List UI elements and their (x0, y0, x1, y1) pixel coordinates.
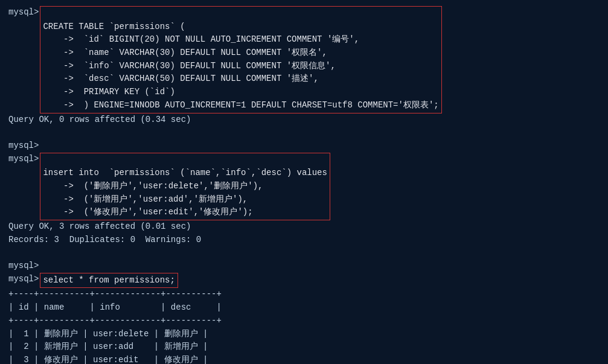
select-entry: mysql> select * from permissions; (8, 273, 600, 289)
ins-prefix4: -> (43, 207, 78, 217)
table-header: | id | name | info | desc | (8, 301, 600, 315)
sel-line1: select * from permissions; (43, 275, 174, 285)
ct-line3: `name` VARCHAR(30) DEFAULT NULL COMMENT … (78, 48, 327, 57)
create-table-entry: mysql> CREATE TABLE `permissions` ( -> `… (8, 6, 600, 113)
insert-entry: mysql> insert into `permissions` (`name`… (8, 153, 600, 220)
result-2b: Records: 3 Duplicates: 0 Warnings: 0 (8, 234, 600, 247)
insert-block: insert into `permissions` (`name`,`info`… (40, 153, 330, 220)
ins-prefix3: -> (43, 194, 78, 204)
table-border-top: +----+----------+-------------+---------… (8, 288, 600, 301)
ins-line4: ('修改用户','user:edit','修改用户'); (78, 207, 252, 217)
blank-prompt-1: mysql> (8, 139, 600, 153)
ct-line5: `desc` VARCHAR(50) DEFAULT NULL COMMENT … (78, 74, 319, 83)
table-row-1: | 1 | 删除用户 | user:delete | 删除用户 | (8, 328, 600, 341)
table-row-2: | 2 | 新增用户 | user:add | 新增用户 | (8, 340, 600, 354)
table-border-header: +----+----------+-------------+---------… (8, 315, 600, 328)
select-block: select * from permissions; (40, 273, 178, 289)
ct-line-prefix7: -> (43, 100, 78, 110)
ct-line2: `id` BIGINT(20) NOT NULL AUTO_INCREMENT … (78, 34, 359, 44)
ct-line-prefix5: -> (43, 74, 78, 83)
result-2a: Query OK, 3 rows affected (0.01 sec) (8, 220, 600, 234)
result-1: Query OK, 0 rows affected (0.34 sec) (8, 113, 600, 127)
prompt-3: mysql> (8, 273, 39, 286)
blank-prompt-2: mysql> (8, 260, 600, 273)
prompt-2: mysql> (8, 153, 39, 166)
ct-line1: CREATE TABLE `permissions` ( (43, 22, 185, 31)
ins-line2: ('删除用户','user:delete','删除用户'), (78, 181, 263, 191)
ins-line1: insert into `permissions` (`name`,`info`… (43, 168, 327, 177)
ins-prefix2: -> (43, 181, 78, 191)
terminal: mysql> CREATE TABLE `permissions` ( -> `… (8, 6, 600, 364)
ct-line4: `info` VARCHAR(30) DEFAULT NULL COMMENT … (78, 61, 336, 71)
create-table-block: CREATE TABLE `permissions` ( -> `id` BIG… (40, 6, 441, 113)
ct-line-prefix6: -> (43, 87, 78, 97)
ct-line-prefix2: -> (43, 34, 78, 44)
ins-line3: ('新增用户','user:add','新增用户'), (78, 194, 248, 204)
ct-line7: ) ENGINE=INNODB AUTO_INCREMENT=1 DEFAULT… (78, 100, 439, 110)
ct-line6: PRIMARY KEY (`id`) (78, 87, 175, 97)
prompt-1: mysql> (8, 6, 39, 19)
table-row-3: | 3 | 修改用户 | user:edit | 修改用户 | (8, 354, 600, 364)
ct-line-prefix4: -> (43, 61, 78, 71)
ct-line-prefix3: -> (43, 48, 78, 57)
